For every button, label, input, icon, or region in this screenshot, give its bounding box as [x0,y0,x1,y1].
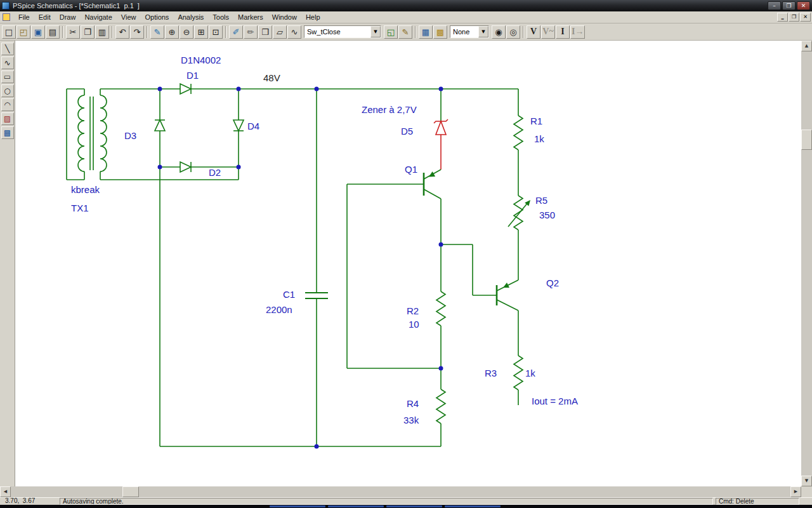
voltage-marker-button[interactable]: V [527,25,540,39]
undo-button[interactable]: ↶ [115,25,129,39]
label-d1[interactable]: D1 [187,70,199,81]
label-r3-value[interactable]: 1k [525,368,535,378]
taskbar-button[interactable] [445,505,501,507]
draw-arc-tool-button[interactable]: ◠ [1,98,14,111]
voltage-diff-marker-button[interactable]: V~ [541,25,555,39]
text-tool-button[interactable]: ▨ [1,112,14,125]
resistor-r4[interactable] [436,389,445,424]
label-d1-model[interactable]: D1N4002 [181,55,221,65]
menu-view[interactable]: View [117,12,141,22]
label-iout[interactable]: Iout = 2mA [532,396,578,406]
label-r1[interactable]: R1 [530,116,542,126]
label-r5[interactable]: R5 [535,195,547,206]
wire-nets[interactable] [67,89,518,446]
menu-navigate[interactable]: Navigate [80,12,116,22]
label-zener-note[interactable]: Zener à 2,7V [362,104,417,115]
run-pspice-button[interactable]: ▩ [433,25,447,39]
draw-bus-button[interactable]: ✏ [244,25,258,39]
redo-button[interactable]: ↷ [130,25,144,39]
horizontal-scrollbar[interactable]: ◀ ▶ [0,486,801,497]
label-kbreak[interactable]: kbreak [71,184,100,195]
draw-box-tool-button[interactable]: ▭ [1,70,14,83]
menu-window[interactable]: Window [268,12,301,22]
label-r3[interactable]: R3 [485,368,497,378]
horizontal-scroll-thumb[interactable] [122,486,139,497]
mdi-document-icon[interactable] [3,13,10,21]
draw-polyline-tool-button[interactable]: ∿ [1,57,14,69]
taskbar-button[interactable] [270,505,325,507]
edit-attributes-button[interactable]: ✎ [398,25,412,39]
menu-tools[interactable]: Tools [208,12,233,22]
label-q2[interactable]: Q2 [546,277,559,288]
zoom-out-button[interactable]: ⊖ [180,25,193,39]
print-button[interactable]: ▤ [46,25,60,39]
marker-combo[interactable]: None▼ [450,25,489,38]
resistor-r2[interactable] [436,291,445,326]
menu-markers[interactable]: Markers [233,12,268,22]
open-file-button[interactable]: ◰ [16,25,30,39]
menu-options[interactable]: Options [140,12,173,22]
draw-block-button[interactable]: ❒ [258,25,272,39]
draw-wire-button[interactable]: ✐ [229,25,243,39]
marker-combo-arrow-icon[interactable]: ▼ [478,26,488,37]
vertical-scrollbar[interactable]: ▲ ▼ [801,41,812,486]
part-combo[interactable]: Sw_tClose▼ [304,25,381,38]
setup-analysis-button[interactable]: ▦ [419,25,433,39]
scroll-right-button[interactable]: ▶ [790,486,801,497]
transistor-q1[interactable] [424,170,441,199]
resistor-r1[interactable] [514,116,523,150]
mdi-close-button[interactable]: ✕ [800,13,811,22]
new-file-button[interactable]: □ [2,25,16,39]
draw-line-tool-button[interactable]: ╲ [1,43,14,55]
scroll-left-button[interactable]: ◀ [0,486,11,497]
label-r5-value[interactable]: 350 [539,210,555,220]
title-bar[interactable]: PSpice Schematics - [*Schematic1 p.1 ] –… [0,0,812,11]
taskbar-button[interactable] [328,505,384,507]
label-q1[interactable]: Q1 [405,164,417,175]
windows-taskbar[interactable] [0,505,812,508]
scroll-up-button[interactable]: ▲ [801,41,812,51]
insert-symbol-tool-button[interactable]: ▩ [1,126,14,139]
label-r2[interactable]: R2 [407,305,419,316]
label-d5[interactable]: D5 [401,126,413,137]
get-new-part-button[interactable]: ∿ [287,25,301,39]
zoom-area-button[interactable]: ⊞ [194,25,208,39]
capacitor-c1[interactable] [305,293,328,298]
label-r4[interactable]: R4 [407,398,419,409]
cut-button[interactable]: ✂ [66,25,80,39]
resistor-r3[interactable] [514,356,523,390]
schematic-page[interactable]: D1N4002D148VD3D4D2kbreakTX1Zener à 2,7VD… [15,41,801,486]
minimize-button[interactable]: – [768,1,781,10]
part-combo-arrow-icon[interactable]: ▼ [370,26,381,37]
label-d4[interactable]: D4 [247,121,259,131]
menu-analysis[interactable]: Analysis [173,12,208,22]
transformer-tx1[interactable] [78,95,107,171]
menu-edit[interactable]: Edit [34,12,55,22]
label-r2-value[interactable]: 10 [409,319,419,330]
vertical-scroll-thumb[interactable] [801,130,812,150]
zoom-to-fit-page-button[interactable]: ⊡ [209,25,223,39]
current-viewpoint-button[interactable]: ◎ [506,25,520,39]
label-tx1[interactable]: TX1 [71,203,89,213]
current-marker-button[interactable]: I [556,25,570,39]
label-48v-net[interactable]: 48V [263,72,280,83]
diode-d1[interactable] [180,84,191,94]
mdi-restore-button[interactable]: ❐ [789,13,799,22]
maximize-button[interactable]: ❐ [782,1,796,10]
label-r1-value[interactable]: 1k [534,133,544,144]
menu-file[interactable]: File [14,12,34,22]
current-into-pin-marker-button[interactable]: I→ [570,25,585,39]
schematic-canvas[interactable]: D1N4002D148VD3D4D2kbreakTX1Zener à 2,7VD… [15,41,801,486]
resistor-r5-variable[interactable] [508,196,530,230]
close-button[interactable]: ✕ [797,1,810,10]
diode-d2[interactable] [180,162,191,172]
taskbar-button[interactable] [386,505,442,507]
label-c1[interactable]: C1 [283,289,295,300]
label-r4-value[interactable]: 33k [403,415,419,425]
mdi-minimize-button[interactable]: ‗ [777,13,788,22]
menu-draw[interactable]: Draw [55,12,81,22]
paste-button[interactable]: ▥ [95,25,109,39]
transistor-q2[interactable] [497,280,518,311]
menu-help[interactable]: Help [301,12,325,22]
draw-circle-tool-button[interactable]: ○ [1,84,14,97]
